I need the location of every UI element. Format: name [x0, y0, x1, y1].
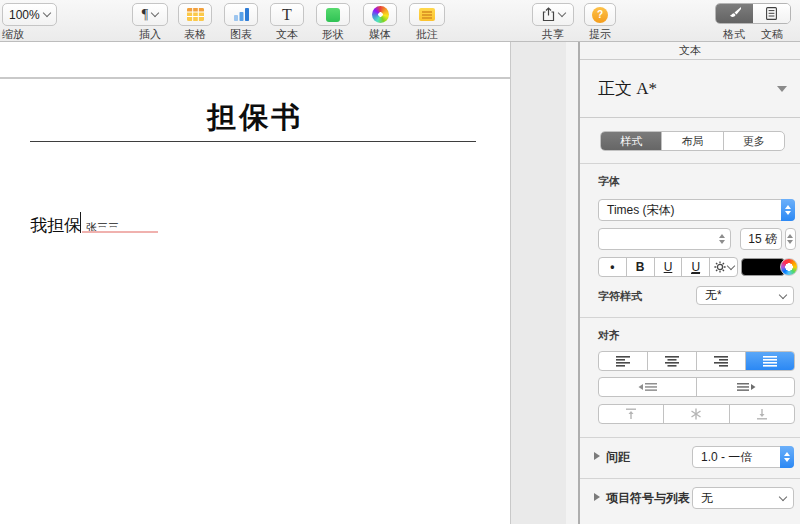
chevron-down-icon	[779, 290, 787, 298]
indent-decrease-icon	[638, 381, 658, 393]
gear-icon	[714, 261, 726, 273]
indent-buttons	[598, 377, 795, 397]
table-control: 表格	[178, 3, 212, 42]
align-justify-button[interactable]	[746, 352, 794, 370]
media-button[interactable]	[363, 3, 397, 26]
divider	[580, 437, 800, 438]
media-pinwheel-icon	[372, 6, 389, 23]
chevron-down-icon	[779, 493, 787, 501]
align-center-button[interactable]	[648, 352, 697, 370]
bold-button[interactable]: B	[627, 258, 655, 276]
font-color-well[interactable]	[741, 258, 785, 276]
bullets-label: 项目符号与列表	[606, 490, 690, 507]
share-label: 共享	[532, 27, 574, 42]
chart-control: 图表	[224, 3, 258, 42]
inspector-switcher	[715, 3, 791, 24]
format-inspector: 文本 正文 A* 样式 布局 更多 字体 Times (宋体) 15 磅 • B…	[580, 42, 800, 524]
format-tab-button[interactable]	[716, 4, 753, 23]
alignment-buttons	[598, 351, 795, 371]
bullets-value: 无	[701, 488, 713, 508]
align-top-button[interactable]	[599, 405, 664, 423]
toolbar: 100% 缩放 ¶ 插入 表格	[0, 0, 800, 42]
share-control: 共享	[532, 3, 574, 42]
insert-button[interactable]: ¶	[132, 3, 168, 26]
divider	[580, 478, 800, 479]
proofing-underline	[82, 231, 158, 233]
increase-indent-button[interactable]	[697, 378, 794, 396]
text-cursor	[80, 212, 81, 233]
share-icon	[542, 7, 555, 22]
character-style-label: 字符样式	[598, 289, 642, 304]
align-bottom-icon	[756, 408, 768, 420]
spacing-label: 间距	[606, 449, 630, 466]
align-middle-icon	[690, 408, 702, 420]
chart-button[interactable]	[224, 3, 258, 26]
stepper-icon[interactable]	[781, 199, 795, 221]
dot-style-button[interactable]: •	[599, 258, 627, 276]
document-icon	[766, 7, 777, 20]
table-button[interactable]	[178, 3, 212, 26]
bullets-select[interactable]: 无	[692, 487, 794, 509]
character-style-select[interactable]: 无*	[696, 286, 794, 305]
divider	[580, 163, 800, 164]
document-tab-button[interactable]	[753, 4, 790, 23]
media-label: 媒体	[363, 27, 397, 42]
decrease-indent-button[interactable]	[599, 378, 697, 396]
tab-layout[interactable]: 布局	[662, 132, 723, 150]
body-paragraph[interactable]: 我担保	[30, 214, 81, 237]
align-middle-button[interactable]	[664, 405, 729, 423]
tips-control: ? 提示	[584, 3, 616, 42]
document-canvas: 担保书 我担保 张三三	[0, 42, 580, 524]
stepper-icon	[719, 229, 725, 249]
insert-control: ¶ 插入	[132, 3, 168, 42]
font-size-value: 15 磅	[748, 229, 777, 249]
inspector-tabs: 样式 布局 更多	[600, 131, 785, 151]
double-underline-button[interactable]: U	[682, 258, 710, 276]
underline-button[interactable]: U	[655, 258, 683, 276]
font-size-field[interactable]: 15 磅	[740, 228, 782, 250]
disclosure-triangle-icon[interactable]	[594, 452, 600, 460]
align-right-icon	[713, 355, 729, 367]
stepper-icon	[787, 229, 793, 249]
vertical-align-buttons	[598, 404, 795, 424]
shape-control: 形状	[316, 3, 350, 42]
table-label: 表格	[178, 27, 212, 42]
shape-label: 形状	[316, 27, 350, 42]
shape-button[interactable]	[316, 3, 350, 26]
zoom-button[interactable]: 100%	[2, 3, 57, 26]
tab-style[interactable]: 样式	[601, 132, 662, 150]
comment-control: 批注	[409, 3, 445, 42]
text-button[interactable]: T	[270, 3, 304, 26]
share-button[interactable]	[532, 3, 574, 26]
align-center-icon	[664, 355, 680, 367]
divider	[580, 317, 800, 318]
align-right-button[interactable]	[697, 352, 746, 370]
media-control: 媒体	[363, 3, 397, 42]
comment-button[interactable]	[409, 3, 445, 26]
zoom-value: 100%	[9, 8, 40, 22]
font-typeface-select[interactable]	[598, 228, 731, 250]
font-size-stepper[interactable]	[785, 228, 796, 250]
align-left-button[interactable]	[599, 352, 648, 370]
zoom-label: 缩放	[2, 27, 57, 42]
font-section-label: 字体	[598, 174, 620, 189]
tab-more[interactable]: 更多	[724, 132, 784, 150]
scrollbar-track[interactable]	[566, 42, 578, 524]
align-bottom-button[interactable]	[730, 405, 794, 423]
document-title[interactable]: 担保书	[0, 98, 510, 138]
paragraph-icon: ¶	[142, 7, 148, 23]
color-wheel-button[interactable]	[780, 258, 798, 276]
advanced-options-button[interactable]	[710, 258, 737, 276]
triangle-down-icon[interactable]	[777, 86, 787, 92]
title-underline	[30, 141, 476, 142]
disclosure-triangle-icon[interactable]	[594, 493, 600, 501]
paragraph-style-row[interactable]: 正文 A*	[580, 60, 800, 118]
stepper-icon[interactable]	[780, 446, 794, 468]
paintbrush-icon	[728, 7, 742, 20]
text-icon: T	[282, 7, 292, 23]
font-family-select[interactable]: Times (宋体)	[598, 199, 795, 221]
spacing-select[interactable]: 1.0 - 一倍	[692, 446, 794, 468]
chevron-down-icon	[557, 9, 565, 17]
page[interactable]: 担保书 我担保 张三三	[0, 42, 511, 524]
tips-button[interactable]: ?	[584, 3, 616, 26]
